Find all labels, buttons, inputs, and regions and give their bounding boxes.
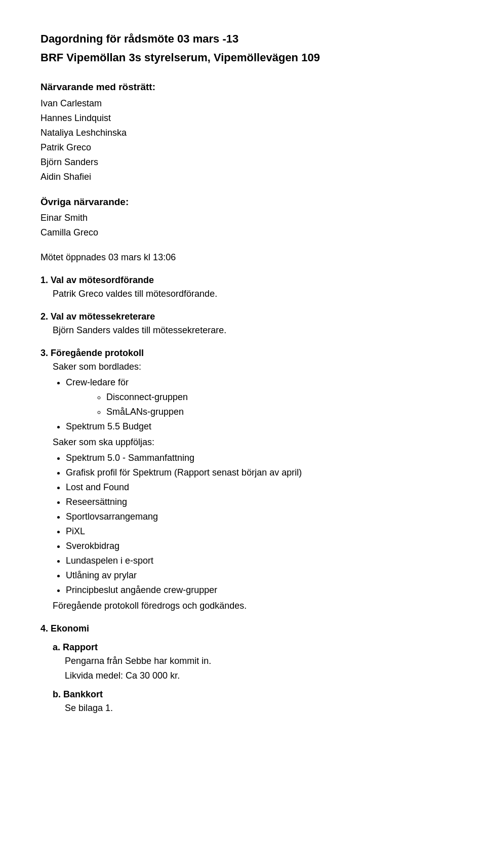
crew-sub-item: Disconnect-gruppen	[106, 390, 446, 404]
meeting-time: Mötet öppnades 03 mars kl 13:06	[40, 251, 446, 264]
agenda-item-body: Patrik Greco valdes till mötesordförande…	[53, 287, 446, 301]
document-subtitle: BRF Vipemöllan 3s styrelserum, Vipemölle…	[40, 49, 446, 66]
document-title: Dagordning för rådsmöte 03 mars -13	[40, 30, 446, 47]
agenda-item: 2. Val av mötessekreterareBjörn Sanders …	[40, 310, 446, 337]
uppfoljas-item: PiXL	[66, 525, 446, 538]
agenda-item-heading: 1. Val av mötesordförande	[40, 273, 446, 287]
crew-sub-item: SmåLANs-gruppen	[106, 405, 446, 419]
spektrum-budget-item: Spektrum 5.5 Budget	[66, 420, 446, 433]
uppfoljas-item: Sverokbidrag	[66, 539, 446, 553]
uppfoljas-label: Saker som ska uppföljas:	[53, 436, 446, 449]
uppfoljas-item: Utlåning av prylar	[66, 569, 446, 582]
attendee-other: Einar Smith	[40, 211, 446, 225]
sub-agenda-heading: b. Bankkort	[53, 688, 446, 701]
uppfoljas-item: Principbeslut angående crew-grupper	[66, 583, 446, 597]
attendees-other-list: Einar SmithCamilla Greco	[40, 211, 446, 240]
uppfoljas-item: Spektrum 5.0 - Sammanfattning	[66, 451, 446, 465]
attendees-voting-list: Ivan CarlestamHannes LindquistNataliya L…	[40, 97, 446, 184]
attendee-voting: Aidin Shafiei	[40, 170, 446, 184]
other-attending-heading: Övriga närvarande:	[40, 195, 446, 210]
attendee-voting: Björn Sanders	[40, 155, 446, 169]
uppfoljas-list: Spektrum 5.0 - SammanfattningGrafisk pro…	[66, 451, 446, 597]
uppfoljas-item: Lost and Found	[66, 481, 446, 494]
uppfoljas-item: Grafisk profil för Spektrum (Rapport sen…	[66, 466, 446, 480]
bordlades-list: Crew-ledare förDisconnect-gruppenSmåLANs…	[66, 376, 446, 433]
bordlades-label: Saker som bordlades:	[53, 360, 446, 374]
crew-sub-list: Disconnect-gruppenSmåLANs-gruppen	[106, 390, 446, 419]
sub-agenda-body: Pengarna från Sebbe har kommit in.	[65, 654, 446, 668]
attendee-voting: Nataliya Leshchinska	[40, 126, 446, 140]
sub-agenda-heading: a. Rapport	[53, 641, 446, 654]
uppfoljas-item: Lundaspelen i e-sport	[66, 554, 446, 568]
sub-agenda-body: Likvida medel: Ca 30 000 kr.	[65, 669, 446, 683]
attendee-voting: Patrik Greco	[40, 141, 446, 154]
agenda-item-body: Björn Sanders valdes till mötessekretera…	[53, 324, 446, 337]
protocol-footer: Föregående protokoll föredrogs och godkä…	[53, 599, 446, 613]
uppfoljas-item: Sportlovsarrangemang	[66, 510, 446, 524]
uppfoljas-item: Reseersättning	[66, 495, 446, 509]
crew-ledare-item: Crew-ledare för	[66, 376, 446, 389]
agenda-item: 1. Val av mötesordförandePatrik Greco va…	[40, 273, 446, 301]
document-container: Dagordning för rådsmöte 03 mars -13 BRF …	[40, 30, 446, 715]
sub-agenda-body: Se bilaga 1.	[65, 701, 446, 715]
agenda-item: 4. Ekonomia. RapportPengarna från Sebbe …	[40, 622, 446, 715]
agenda-item-heading: 4. Ekonomi	[40, 622, 446, 636]
agenda-item-heading: 2. Val av mötessekreterare	[40, 310, 446, 324]
agenda-item-heading: 3. Föregående protokoll	[40, 346, 446, 360]
sub-agenda-item: b. BankkortSe bilaga 1.	[53, 688, 446, 715]
attending-heading: Närvarande med rösträtt:	[40, 80, 446, 95]
attendee-voting: Hannes Lindquist	[40, 111, 446, 125]
agenda-items-container: 1. Val av mötesordförandePatrik Greco va…	[40, 273, 446, 715]
attendee-voting: Ivan Carlestam	[40, 97, 446, 110]
attendee-other: Camilla Greco	[40, 226, 446, 240]
sub-agenda-item: a. RapportPengarna från Sebbe har kommit…	[53, 641, 446, 683]
agenda-item: 3. Föregående protokollSaker som bordlad…	[40, 346, 446, 613]
